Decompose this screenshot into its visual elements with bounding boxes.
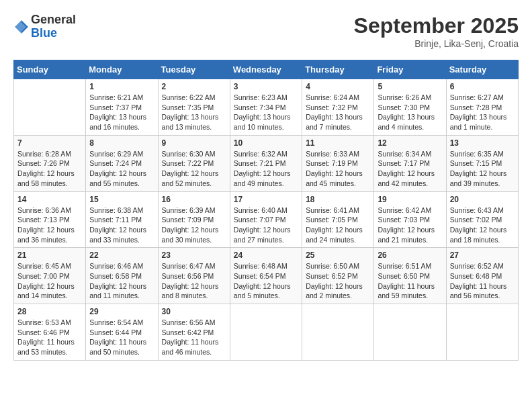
day-header-tuesday: Tuesday <box>158 60 230 79</box>
calendar-cell: 28Sunrise: 6:53 AMSunset: 6:46 PMDayligh… <box>14 304 86 361</box>
day-number: 15 <box>89 195 154 204</box>
calendar-cell: 11Sunrise: 6:33 AMSunset: 7:19 PMDayligh… <box>302 135 374 191</box>
calendar-cell: 5Sunrise: 6:26 AMSunset: 7:30 PMDaylight… <box>374 79 446 136</box>
calendar-cell: 24Sunrise: 6:48 AMSunset: 6:54 PMDayligh… <box>230 248 302 304</box>
cell-content: Sunrise: 6:42 AMSunset: 7:03 PMDaylight:… <box>378 205 442 245</box>
calendar-cell: 6Sunrise: 6:27 AMSunset: 7:28 PMDaylight… <box>446 79 518 136</box>
calendar-cell: 16Sunrise: 6:39 AMSunset: 7:09 PMDayligh… <box>158 191 230 248</box>
day-number: 6 <box>450 82 515 91</box>
day-header-saturday: Saturday <box>446 60 518 79</box>
day-number: 2 <box>162 82 226 91</box>
calendar-cell: 23Sunrise: 6:47 AMSunset: 6:56 PMDayligh… <box>158 248 230 304</box>
cell-content: Sunrise: 6:47 AMSunset: 6:56 PMDaylight:… <box>162 261 226 301</box>
day-number: 10 <box>234 138 298 148</box>
cell-content: Sunrise: 6:35 AMSunset: 7:15 PMDaylight:… <box>450 149 515 189</box>
calendar-cell: 2Sunrise: 6:22 AMSunset: 7:35 PMDaylight… <box>158 79 230 136</box>
cell-content: Sunrise: 6:40 AMSunset: 7:07 PMDaylight:… <box>234 205 298 245</box>
calendar-week-row: 14Sunrise: 6:36 AMSunset: 7:13 PMDayligh… <box>14 191 519 248</box>
day-header-wednesday: Wednesday <box>230 60 302 79</box>
cell-content: Sunrise: 6:38 AMSunset: 7:11 PMDaylight:… <box>89 205 154 245</box>
day-number: 29 <box>89 307 154 316</box>
cell-content: Sunrise: 6:43 AMSunset: 7:02 PMDaylight:… <box>450 205 515 245</box>
calendar-cell <box>14 79 86 136</box>
calendar-cell: 21Sunrise: 6:45 AMSunset: 7:00 PMDayligh… <box>14 248 86 304</box>
month-title: September 2025 <box>354 13 519 38</box>
day-number: 28 <box>17 307 82 316</box>
calendar-week-row: 1Sunrise: 6:21 AMSunset: 7:37 PMDaylight… <box>14 79 519 136</box>
cell-content: Sunrise: 6:24 AMSunset: 7:32 PMDaylight:… <box>306 93 370 132</box>
day-number: 13 <box>450 138 515 148</box>
day-number: 26 <box>378 250 442 260</box>
calendar-cell: 12Sunrise: 6:34 AMSunset: 7:17 PMDayligh… <box>374 135 446 191</box>
calendar-cell: 3Sunrise: 6:23 AMSunset: 7:34 PMDaylight… <box>230 79 302 136</box>
calendar-cell <box>374 304 446 361</box>
calendar-cell: 25Sunrise: 6:50 AMSunset: 6:52 PMDayligh… <box>302 248 374 304</box>
day-number: 11 <box>306 138 370 148</box>
cell-content: Sunrise: 6:28 AMSunset: 7:26 PMDaylight:… <box>17 149 82 189</box>
day-number: 27 <box>450 250 515 260</box>
day-number: 8 <box>89 138 154 148</box>
cell-content: Sunrise: 6:54 AMSunset: 6:44 PMDaylight:… <box>89 318 154 357</box>
cell-content: Sunrise: 6:56 AMSunset: 6:42 PMDaylight:… <box>162 318 226 357</box>
cell-content: Sunrise: 6:26 AMSunset: 7:30 PMDaylight:… <box>378 93 442 132</box>
calendar-cell: 15Sunrise: 6:38 AMSunset: 7:11 PMDayligh… <box>86 191 158 248</box>
cell-content: Sunrise: 6:30 AMSunset: 7:22 PMDaylight:… <box>162 149 226 189</box>
day-number: 22 <box>89 250 154 260</box>
day-number: 5 <box>378 82 442 91</box>
calendar-cell: 18Sunrise: 6:41 AMSunset: 7:05 PMDayligh… <box>302 191 374 248</box>
day-number: 7 <box>17 138 82 148</box>
cell-content: Sunrise: 6:52 AMSunset: 6:48 PMDaylight:… <box>450 261 515 301</box>
calendar-cell: 30Sunrise: 6:56 AMSunset: 6:42 PMDayligh… <box>158 304 230 361</box>
day-number: 3 <box>234 82 298 91</box>
calendar-cell: 29Sunrise: 6:54 AMSunset: 6:44 PMDayligh… <box>86 304 158 361</box>
logo-text: General Blue <box>31 13 76 40</box>
calendar-cell: 8Sunrise: 6:29 AMSunset: 7:24 PMDaylight… <box>86 135 158 191</box>
calendar-header-row: SundayMondayTuesdayWednesdayThursdayFrid… <box>14 60 519 79</box>
calendar-cell: 26Sunrise: 6:51 AMSunset: 6:50 PMDayligh… <box>374 248 446 304</box>
cell-content: Sunrise: 6:36 AMSunset: 7:13 PMDaylight:… <box>17 205 82 245</box>
calendar-cell <box>230 304 302 361</box>
day-number: 4 <box>306 82 370 91</box>
cell-content: Sunrise: 6:45 AMSunset: 7:00 PMDaylight:… <box>17 261 82 301</box>
day-number: 25 <box>306 250 370 260</box>
location-subtitle: Brinje, Lika-Senj, Croatia <box>354 38 519 49</box>
day-number: 16 <box>162 195 226 204</box>
day-header-thursday: Thursday <box>302 60 374 79</box>
calendar-cell: 17Sunrise: 6:40 AMSunset: 7:07 PMDayligh… <box>230 191 302 248</box>
calendar-cell: 19Sunrise: 6:42 AMSunset: 7:03 PMDayligh… <box>374 191 446 248</box>
calendar-cell: 13Sunrise: 6:35 AMSunset: 7:15 PMDayligh… <box>446 135 518 191</box>
calendar-cell <box>446 304 518 361</box>
day-number: 21 <box>17 250 82 260</box>
calendar-cell: 22Sunrise: 6:46 AMSunset: 6:58 PMDayligh… <box>86 248 158 304</box>
cell-content: Sunrise: 6:34 AMSunset: 7:17 PMDaylight:… <box>378 149 442 189</box>
cell-content: Sunrise: 6:51 AMSunset: 6:50 PMDaylight:… <box>378 261 442 301</box>
calendar-table: SundayMondayTuesdayWednesdayThursdayFrid… <box>13 60 519 361</box>
cell-content: Sunrise: 6:41 AMSunset: 7:05 PMDaylight:… <box>306 205 370 245</box>
calendar-week-row: 7Sunrise: 6:28 AMSunset: 7:26 PMDaylight… <box>14 135 519 191</box>
day-number: 19 <box>378 195 442 204</box>
logo-icon <box>13 19 30 35</box>
logo-blue: Blue <box>31 27 76 40</box>
calendar-week-row: 28Sunrise: 6:53 AMSunset: 6:46 PMDayligh… <box>14 304 519 361</box>
logo-general: General <box>31 13 76 27</box>
calendar-cell: 9Sunrise: 6:30 AMSunset: 7:22 PMDaylight… <box>158 135 230 191</box>
calendar-week-row: 21Sunrise: 6:45 AMSunset: 7:00 PMDayligh… <box>14 248 519 304</box>
day-number: 20 <box>450 195 515 204</box>
day-header-friday: Friday <box>374 60 446 79</box>
day-number: 14 <box>17 195 82 204</box>
calendar-cell: 20Sunrise: 6:43 AMSunset: 7:02 PMDayligh… <box>446 191 518 248</box>
calendar-cell: 27Sunrise: 6:52 AMSunset: 6:48 PMDayligh… <box>446 248 518 304</box>
page-header: General Blue September 2025 Brinje, Lika… <box>13 13 519 49</box>
cell-content: Sunrise: 6:50 AMSunset: 6:52 PMDaylight:… <box>306 261 370 301</box>
day-number: 12 <box>378 138 442 148</box>
calendar-cell: 4Sunrise: 6:24 AMSunset: 7:32 PMDaylight… <box>302 79 374 136</box>
cell-content: Sunrise: 6:53 AMSunset: 6:46 PMDaylight:… <box>17 318 82 357</box>
calendar-cell: 10Sunrise: 6:32 AMSunset: 7:21 PMDayligh… <box>230 135 302 191</box>
title-block: September 2025 Brinje, Lika-Senj, Croati… <box>354 13 519 49</box>
day-number: 1 <box>89 82 154 91</box>
cell-content: Sunrise: 6:29 AMSunset: 7:24 PMDaylight:… <box>89 149 154 189</box>
day-number: 9 <box>162 138 226 148</box>
day-number: 23 <box>162 250 226 260</box>
day-number: 18 <box>306 195 370 204</box>
cell-content: Sunrise: 6:39 AMSunset: 7:09 PMDaylight:… <box>162 205 226 245</box>
